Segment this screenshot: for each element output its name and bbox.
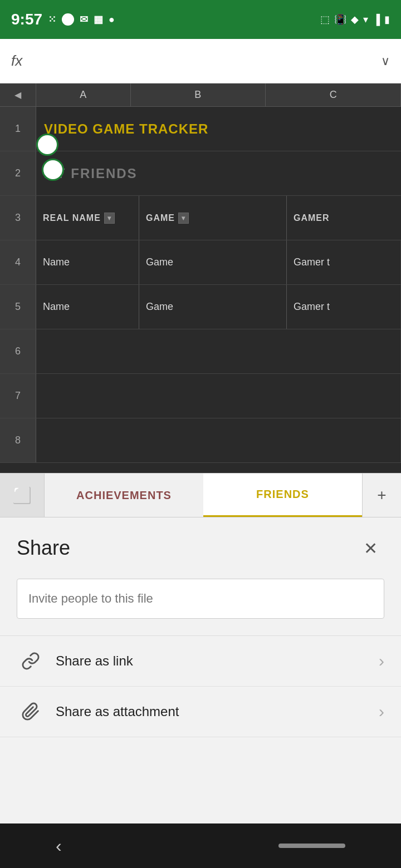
- table-row: 8: [0, 418, 401, 463]
- table-row: 4 Name Game Gamer t: [0, 240, 401, 285]
- cell-6-empty: [36, 329, 401, 373]
- spreadsheet-area: ◀ A B C 1 VIDEO GAME TRACKER 2 MY FRIEND…: [0, 83, 401, 473]
- signal-bars-icon: ▐: [373, 14, 380, 26]
- add-tab-icon: +: [377, 486, 386, 504]
- sheets-icon-button[interactable]: ⬜: [0, 474, 45, 517]
- nav-home-pill[interactable]: [278, 844, 345, 848]
- share-as-link-option[interactable]: Share as link ›: [0, 636, 401, 687]
- table-row: 3 REAL NAME ▾ GAME ▾ GAMER: [0, 196, 401, 240]
- share-link-chevron-icon: ›: [379, 652, 384, 670]
- cast-icon: ⬚: [320, 13, 330, 26]
- formula-chevron-icon: ∨: [381, 54, 390, 68]
- col-header-a: A: [36, 83, 131, 107]
- invite-input[interactable]: [28, 591, 373, 606]
- col-header-b: B: [131, 83, 266, 107]
- share-as-attachment-option[interactable]: Share as attachment ›: [0, 687, 401, 737]
- calendar-icon: ▦: [94, 13, 103, 26]
- cell-4-b[interactable]: Game: [139, 240, 287, 284]
- sheet-rows: 1 VIDEO GAME TRACKER 2 MY FRIENDS 3 REAL…: [0, 107, 401, 463]
- selection-handle-top: [36, 134, 58, 156]
- row-num-6: 6: [0, 329, 36, 373]
- spreadsheet-title: VIDEO GAME TRACKER: [44, 121, 208, 137]
- signal-icon: ⁙: [48, 13, 56, 26]
- column-headers: ◀ A B C: [0, 83, 401, 107]
- circle-icon: [62, 13, 74, 26]
- section-header-cell: MY FRIENDS: [36, 151, 401, 195]
- tab-add-button[interactable]: +: [362, 474, 401, 517]
- time-display: 9:57: [11, 11, 42, 28]
- cell-5-a[interactable]: Name: [36, 285, 139, 329]
- location-icon: ◆: [351, 13, 359, 26]
- title-cell: VIDEO GAME TRACKER: [36, 107, 401, 151]
- sheets-icon: ⬜: [12, 486, 32, 505]
- status-bar: 9:57 ⁙ ✉ ▦ ● ⬚ 📳 ◆ ▾ ▐ ▮: [0, 0, 401, 39]
- table-row: 5 Name Game Gamer t: [0, 285, 401, 329]
- share-link-icon: [17, 652, 45, 670]
- share-close-button[interactable]: ✕: [356, 534, 384, 562]
- cell-5-b[interactable]: Game: [139, 285, 287, 329]
- status-icons-right: ⬚ 📳 ◆ ▾ ▐ ▮: [320, 13, 390, 26]
- table-row: 7: [0, 374, 401, 418]
- row-num-2: 2: [0, 151, 36, 195]
- formula-fx-label: fx: [11, 52, 22, 70]
- col-a-dropdown-icon[interactable]: ▾: [104, 213, 115, 224]
- col-label-game: GAME ▾: [139, 196, 287, 240]
- tabs-bar: ⬜ ACHIEVEMENTS FRIENDS +: [0, 473, 401, 517]
- row-num-1: 1: [0, 107, 36, 151]
- row-num-3: 3: [0, 196, 36, 240]
- tab-achievements-label: ACHIEVEMENTS: [76, 489, 172, 502]
- share-link-label: Share as link: [56, 653, 379, 669]
- share-panel: Share ✕ Share as link › Share as attachm…: [0, 517, 401, 737]
- wifi-icon: ▾: [363, 13, 368, 26]
- row-num-8: 8: [0, 418, 36, 462]
- row-num-7: 7: [0, 374, 36, 418]
- cell-4-a[interactable]: Name: [36, 240, 139, 284]
- battery-icon: ▮: [384, 13, 390, 26]
- col-label-gamer: GAMER: [287, 196, 401, 240]
- share-attachment-label: Share as attachment: [56, 704, 379, 719]
- cell-5-c[interactable]: Gamer t: [287, 285, 401, 329]
- table-row: 6: [0, 329, 401, 374]
- share-title: Share: [17, 536, 70, 560]
- col-label-real-name: REAL NAME ▾: [36, 196, 139, 240]
- tab-achievements[interactable]: ACHIEVEMENTS: [45, 474, 203, 517]
- dot-icon: ●: [109, 14, 115, 26]
- cell-4-c[interactable]: Gamer t: [287, 240, 401, 284]
- row-num-header: ◀: [0, 83, 36, 107]
- bottom-nav-bar: ‹: [0, 823, 401, 868]
- vibrate-icon: 📳: [334, 13, 346, 26]
- nav-back-button[interactable]: ‹: [56, 836, 62, 856]
- row-num-4: 4: [0, 240, 36, 284]
- row-num-5: 5: [0, 285, 36, 329]
- status-left: 9:57 ⁙ ✉ ▦ ●: [11, 11, 115, 28]
- table-row: 1 VIDEO GAME TRACKER: [0, 107, 401, 151]
- close-icon: ✕: [364, 539, 378, 558]
- share-attachment-chevron-icon: ›: [379, 702, 384, 721]
- mail-icon: ✉: [80, 13, 88, 26]
- share-header: Share ✕: [0, 517, 401, 573]
- tab-friends[interactable]: FRIENDS: [203, 474, 362, 517]
- cell-8-empty: [36, 418, 401, 462]
- invite-input-wrapper[interactable]: [17, 579, 384, 619]
- col-b-dropdown-icon[interactable]: ▾: [178, 213, 189, 224]
- formula-bar: fx ∨: [0, 39, 401, 83]
- selection-handle-bottom: [42, 159, 64, 181]
- cell-7-empty: [36, 374, 401, 418]
- share-attachment-icon: [17, 702, 45, 721]
- col-header-c: C: [266, 83, 401, 107]
- tab-friends-label: FRIENDS: [256, 488, 309, 501]
